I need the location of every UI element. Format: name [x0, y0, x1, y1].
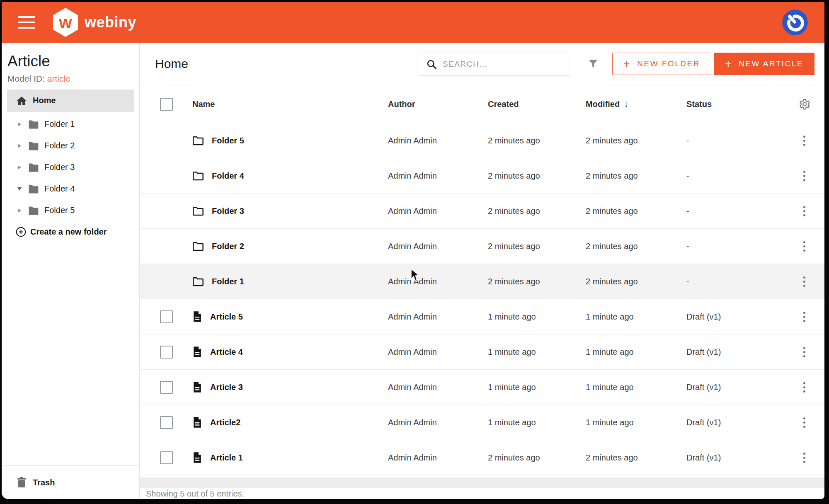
sidebar-item-home[interactable]: Home — [7, 90, 134, 112]
row-modified: 1 minute ago — [586, 418, 686, 427]
create-folder-label: Create a new folder — [30, 227, 107, 237]
tree-caret-collapsed-icon[interactable] — [17, 144, 22, 148]
row-status: Draft (v1) — [686, 383, 784, 392]
tree-caret-expanded-icon[interactable] — [17, 187, 22, 191]
column-header-created[interactable]: Created — [488, 99, 586, 109]
search-icon — [426, 59, 437, 70]
row-actions-menu-button[interactable] — [801, 133, 808, 148]
column-header-status[interactable]: Status — [686, 99, 784, 109]
row-modified: 2 minutes ago — [586, 206, 686, 216]
table-row[interactable]: Article2 Admin Admin 1 minute ago 1 minu… — [140, 405, 824, 440]
tree-caret-collapsed-icon[interactable] — [17, 208, 22, 213]
row-actions-menu-button[interactable] — [801, 274, 808, 289]
new-folder-button[interactable]: + NEW FOLDER — [612, 53, 711, 75]
row-checkbox[interactable] — [160, 451, 173, 464]
tree-caret-collapsed-icon[interactable] — [17, 122, 22, 126]
name-cell[interactable]: Folder 5 — [192, 136, 388, 145]
name-cell[interactable]: Article 3 — [192, 381, 388, 393]
table-row[interactable]: Folder 5 Admin Admin 2 minutes ago 2 min… — [140, 123, 824, 158]
user-avatar[interactable] — [782, 10, 808, 35]
row-modified: 2 minutes ago — [586, 277, 686, 286]
row-actions-menu-button[interactable] — [801, 168, 808, 184]
svg-text:w: w — [58, 13, 72, 32]
column-header-modified[interactable]: Modified ↓ — [586, 99, 686, 109]
table-header: Name Author Created Modified ↓ Status — [140, 85, 824, 123]
filter-button[interactable] — [585, 56, 601, 72]
row-created: 2 minutes ago — [488, 206, 586, 216]
row-actions-menu-button[interactable] — [801, 380, 808, 395]
row-actions-menu-button[interactable] — [801, 204, 808, 219]
sidebar-folder-label: Folder 1 — [44, 119, 75, 129]
sidebar-folder-item[interactable]: Folder 5 — [2, 200, 139, 221]
name-cell[interactable]: Article 4 — [192, 346, 388, 358]
sidebar-folder-item[interactable]: Folder 4 — [2, 178, 139, 200]
row-author: Admin Admin — [388, 206, 488, 216]
table-row[interactable]: Article 4 Admin Admin 1 minute ago 1 min… — [140, 334, 824, 370]
row-author: Admin Admin — [388, 347, 488, 357]
tree-caret-collapsed-icon[interactable] — [17, 165, 22, 170]
row-name: Article 1 — [210, 453, 243, 463]
sidebar-folder-item[interactable]: Folder 1 — [2, 114, 139, 135]
table-row[interactable]: Article 3 Admin Admin 1 minute ago 1 min… — [140, 370, 824, 405]
horizontal-scrollbar-track[interactable] — [140, 477, 824, 488]
table-row[interactable]: Folder 3 Admin Admin 2 minutes ago 2 min… — [140, 194, 824, 229]
row-actions-menu-button[interactable] — [801, 415, 808, 430]
name-cell[interactable]: Article 1 — [192, 452, 388, 463]
logo-hexagon-icon: w — [52, 7, 79, 37]
home-icon — [16, 95, 27, 106]
model-id-value: article — [47, 74, 70, 83]
name-cell[interactable]: Folder 2 — [192, 241, 388, 251]
search-box — [419, 53, 570, 76]
row-modified: 1 minute ago — [586, 383, 686, 392]
sidebar-folder-item[interactable]: Folder 2 — [2, 135, 139, 157]
row-checkbox[interactable] — [160, 381, 173, 394]
row-modified: 2 minutes ago — [586, 136, 686, 145]
row-status: - — [686, 206, 784, 216]
column-header-name[interactable]: Name — [192, 99, 388, 109]
row-checkbox[interactable] — [160, 310, 173, 323]
create-new-folder-button[interactable]: Create a new folder — [2, 221, 139, 243]
row-status: - — [686, 277, 784, 286]
hamburger-menu-icon[interactable] — [18, 16, 35, 29]
row-author: Admin Admin — [388, 171, 488, 181]
main-content: Home + NEW FOLDER — [140, 43, 824, 499]
row-name: Article 3 — [210, 383, 243, 392]
row-checkbox[interactable] — [160, 346, 173, 359]
select-all-checkbox[interactable] — [160, 98, 173, 111]
sort-descending-icon: ↓ — [624, 99, 628, 109]
logo-wordmark: webiny — [85, 14, 136, 31]
name-cell[interactable]: Article 5 — [192, 311, 388, 322]
row-actions-menu-button[interactable] — [801, 239, 808, 254]
name-cell[interactable]: Folder 4 — [192, 171, 388, 181]
column-header-author[interactable]: Author — [388, 99, 488, 109]
name-cell[interactable]: Article2 — [192, 417, 388, 428]
folder-filled-icon — [28, 206, 39, 215]
column-settings-button[interactable] — [784, 98, 824, 111]
row-actions-menu-button[interactable] — [801, 344, 808, 360]
row-actions-menu-button[interactable] — [801, 309, 808, 325]
table-row[interactable]: Folder 2 Admin Admin 2 minutes ago 2 min… — [140, 229, 824, 264]
table-row[interactable]: Article 5 Admin Admin 1 minute ago 1 min… — [140, 299, 824, 334]
top-navigation-bar: w webiny — [2, 2, 824, 43]
entries-summary: Showing 5 out of 5 entries. — [146, 489, 244, 499]
folder-filled-icon — [28, 184, 39, 194]
row-author: Admin Admin — [388, 312, 488, 322]
row-author: Admin Admin — [388, 453, 488, 463]
name-cell[interactable]: Folder 3 — [192, 206, 388, 216]
table-row[interactable]: Folder 1 Admin Admin 2 minutes ago 2 min… — [140, 264, 824, 299]
search-input[interactable] — [437, 53, 570, 76]
name-cell[interactable]: Folder 1 — [192, 276, 388, 286]
document-icon — [192, 417, 202, 428]
row-actions-menu-button[interactable] — [801, 450, 808, 465]
new-article-button[interactable]: + NEW ARTICLE — [714, 53, 814, 75]
sidebar-item-trash[interactable]: Trash — [2, 465, 139, 499]
folder-filled-icon — [28, 120, 39, 129]
row-created: 2 minutes ago — [488, 171, 586, 181]
table-row[interactable]: Folder 4 Admin Admin 2 minutes ago 2 min… — [140, 158, 824, 194]
row-checkbox[interactable] — [160, 416, 173, 429]
content-toolbar: Home + NEW FOLDER — [140, 43, 824, 85]
sidebar-folder-item[interactable]: Folder 3 — [2, 157, 139, 178]
row-name: Article 5 — [210, 312, 243, 322]
table-row[interactable]: Article 1 Admin Admin 2 minutes ago 2 mi… — [140, 440, 824, 475]
row-name: Folder 3 — [212, 206, 244, 216]
